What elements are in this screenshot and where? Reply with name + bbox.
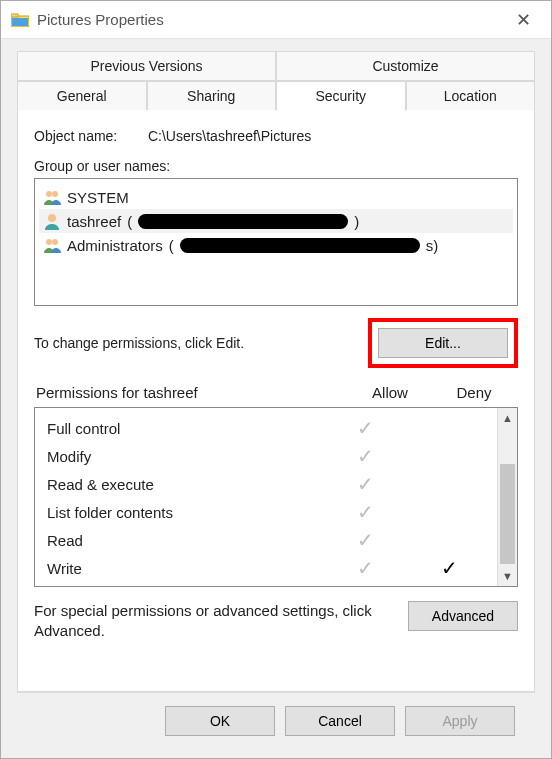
permission-name: Read <box>41 532 323 549</box>
tab-customize[interactable]: Customize <box>276 51 535 81</box>
group-detail: ( <box>127 213 132 230</box>
check-icon: ✓ <box>357 557 374 579</box>
svg-rect-1 <box>11 14 18 17</box>
list-item[interactable]: tashreef ( ) <box>39 209 513 233</box>
svg-point-4 <box>52 191 58 197</box>
security-panel: Object name: C:\Users\tashreef\Pictures … <box>17 110 535 692</box>
check-icon: ✓ <box>441 557 458 579</box>
permission-row: Modify ✓ <box>41 442 491 470</box>
highlight-annotation: Edit... <box>368 318 518 368</box>
redacted-text <box>138 214 348 229</box>
svg-point-5 <box>48 214 56 222</box>
scroll-down-icon[interactable]: ▼ <box>498 566 517 586</box>
user-icon <box>43 212 61 230</box>
permission-row: Read & execute ✓ <box>41 470 491 498</box>
apply-button[interactable]: Apply <box>405 706 515 736</box>
scroll-thumb[interactable] <box>500 464 515 564</box>
permissions-header: Permissions for tashreef Allow Deny <box>34 384 518 407</box>
tab-sharing[interactable]: Sharing <box>147 81 277 111</box>
tab-strip: Previous Versions Customize General Shar… <box>17 51 535 111</box>
deny-column-header: Deny <box>432 384 516 401</box>
permission-row: Full control ✓ <box>41 414 491 442</box>
svg-point-3 <box>46 191 52 197</box>
tab-location[interactable]: Location <box>406 81 536 111</box>
permission-row: Read ✓ <box>41 526 491 554</box>
advanced-button[interactable]: Advanced <box>408 601 518 631</box>
group-name: SYSTEM <box>67 189 129 206</box>
check-icon: ✓ <box>357 529 374 551</box>
svg-point-6 <box>46 239 52 245</box>
group-name: tashreef <box>67 213 121 230</box>
permissions-for-label: Permissions for tashreef <box>36 384 348 401</box>
permission-name: Full control <box>41 420 323 437</box>
ok-button[interactable]: OK <box>165 706 275 736</box>
permission-name: List folder contents <box>41 504 323 521</box>
dialog-content: Previous Versions Customize General Shar… <box>1 39 551 758</box>
group-icon <box>43 236 61 254</box>
dialog-buttons: OK Cancel Apply <box>17 692 535 748</box>
svg-rect-2 <box>12 18 28 26</box>
permission-name: Modify <box>41 448 323 465</box>
cancel-button[interactable]: Cancel <box>285 706 395 736</box>
redacted-text <box>180 238 420 253</box>
permission-name: Write <box>41 560 323 577</box>
svg-point-7 <box>52 239 58 245</box>
group-icon <box>43 188 61 206</box>
list-item[interactable]: Administrators ( s) <box>39 233 513 257</box>
group-label: Group or user names: <box>34 158 518 174</box>
permission-row: Write ✓ ✓ <box>41 554 491 582</box>
edit-button[interactable]: Edit... <box>378 328 508 358</box>
permission-name: Read & execute <box>41 476 323 493</box>
titlebar: Pictures Properties ✕ <box>1 1 551 39</box>
close-icon[interactable]: ✕ <box>503 1 543 39</box>
scrollbar[interactable]: ▲ ▼ <box>497 408 517 586</box>
check-icon: ✓ <box>357 501 374 523</box>
check-icon: ✓ <box>357 417 374 439</box>
permissions-list: Full control ✓ Modify ✓ Read & execute ✓ <box>34 407 518 587</box>
group-name: Administrators <box>67 237 163 254</box>
folder-icon <box>11 13 29 27</box>
list-item[interactable]: SYSTEM <box>39 185 513 209</box>
check-icon: ✓ <box>357 473 374 495</box>
group-user-list[interactable]: SYSTEM tashreef ( ) Administrators <box>34 178 518 306</box>
tab-security[interactable]: Security <box>276 81 406 111</box>
allow-column-header: Allow <box>348 384 432 401</box>
object-name-row: Object name: C:\Users\tashreef\Pictures <box>34 128 518 144</box>
check-icon: ✓ <box>357 445 374 467</box>
scroll-up-icon[interactable]: ▲ <box>498 408 517 428</box>
object-name-value: C:\Users\tashreef\Pictures <box>148 128 311 144</box>
window-title: Pictures Properties <box>37 11 164 28</box>
object-name-label: Object name: <box>34 128 144 144</box>
properties-dialog: Pictures Properties ✕ Previous Versions … <box>0 0 552 759</box>
advanced-hint: For special permissions or advanced sett… <box>34 601 398 642</box>
tab-general[interactable]: General <box>17 81 147 111</box>
permission-row: List folder contents ✓ <box>41 498 491 526</box>
edit-hint: To change permissions, click Edit. <box>34 335 368 351</box>
tab-previous-versions[interactable]: Previous Versions <box>17 51 276 81</box>
